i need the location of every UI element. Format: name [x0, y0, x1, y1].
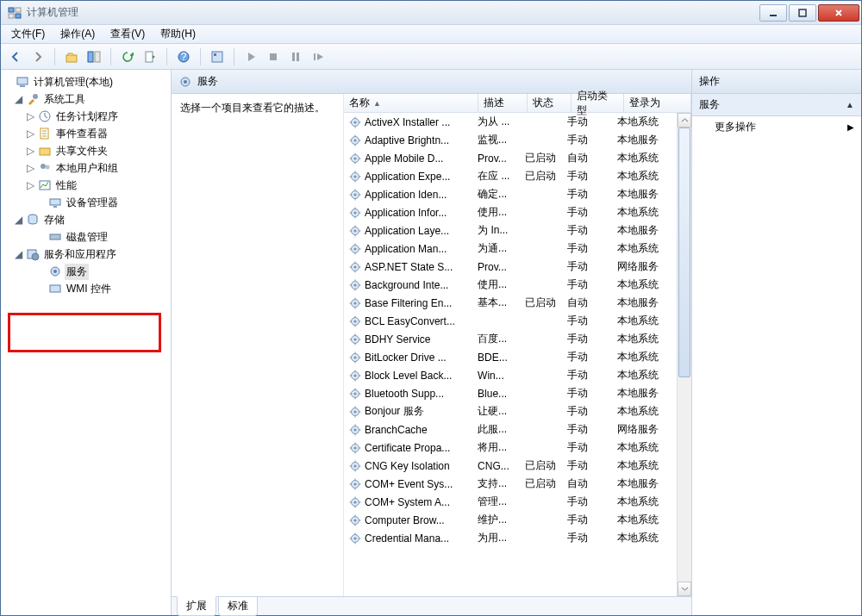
tree-task-scheduler[interactable]: ▷ 任务计划程序 [1, 108, 171, 125]
service-row[interactable]: Base Filtering En...基本...已启动自动本地服务 [344, 294, 677, 312]
service-row[interactable]: Application Iden...确定...手动本地服务 [344, 185, 677, 203]
service-logon: 本地系统 [612, 115, 677, 129]
forward-button[interactable] [28, 47, 47, 66]
service-startup: 手动 [562, 169, 612, 184]
actions-more[interactable]: 更多操作 ▶ [692, 116, 861, 138]
tab-standard[interactable]: 标准 [218, 597, 258, 616]
service-startup: 手动 [562, 458, 612, 473]
pause-button[interactable] [286, 47, 305, 66]
gear-icon [349, 261, 361, 273]
service-row[interactable]: Block Level Back...Win...手动本地系统 [344, 366, 677, 384]
svg-rect-6 [66, 55, 77, 62]
service-row[interactable]: COM+ Event Sys...支持...已启动自动本地服务 [344, 475, 677, 493]
service-row[interactable]: BitLocker Drive ...BDE...手动本地系统 [344, 348, 677, 366]
col-status[interactable]: 状态 [528, 94, 572, 112]
service-row[interactable]: Application Expe...在应 ...已启动手动本地系统 [344, 167, 677, 185]
export-button[interactable] [141, 47, 159, 66]
service-row[interactable]: ASP.NET State S...Prov...手动网络服务 [344, 258, 677, 276]
svg-rect-15 [292, 53, 295, 61]
service-row[interactable]: Bonjour 服务让硬...手动本地系统 [344, 402, 677, 420]
service-row[interactable]: Credential Mana...为用...手动本地系统 [344, 529, 677, 547]
service-startup: 手动 [562, 314, 612, 328]
service-logon: 本地系统 [612, 169, 677, 184]
titlebar[interactable]: 计算机管理 [1, 1, 861, 25]
service-row[interactable]: Adaptive Brightn...监视...手动本地服务 [344, 131, 677, 149]
service-row[interactable]: Application Laye...为 In...手动本地服务 [344, 221, 677, 240]
show-hide-tree-button[interactable] [84, 47, 103, 66]
gear-icon [349, 352, 361, 364]
tree-event-viewer[interactable]: ▷ 事件查看器 [1, 125, 171, 142]
service-desc: 支持... [472, 476, 520, 491]
service-startup: 手动 [562, 259, 612, 274]
service-row[interactable]: Application Infor...使用...手动本地系统 [344, 203, 677, 221]
restart-button[interactable] [309, 47, 328, 66]
service-row[interactable]: BCL EasyConvert...手动本地系统 [344, 312, 677, 330]
service-row[interactable]: Computer Brow...维护...手动本地系统 [344, 511, 677, 529]
help-button[interactable]: ? [174, 47, 193, 66]
service-status: 已启动 [520, 296, 562, 310]
col-desc[interactable]: 描述 [478, 94, 528, 112]
minimize-button[interactable] [759, 4, 787, 22]
col-startup[interactable]: 启动类型 [572, 94, 624, 112]
back-button[interactable] [6, 47, 25, 66]
menu-view[interactable]: 查看(V) [103, 25, 152, 43]
service-row[interactable]: BDHY Service百度...手动本地系统 [344, 330, 677, 348]
service-startup: 手动 [562, 115, 612, 129]
service-name: Certificate Propa... [365, 442, 450, 454]
service-row[interactable]: Application Man...为通...手动本地系统 [344, 240, 677, 258]
maximize-button[interactable] [789, 4, 816, 22]
service-row[interactable]: COM+ System A...管理...手动本地系统 [344, 493, 677, 511]
stop-button[interactable] [264, 47, 283, 66]
tab-extended[interactable]: 扩展 [177, 596, 216, 616]
service-row[interactable]: Background Inte...使用...手动本地系统 [344, 276, 677, 294]
menu-action[interactable]: 操作(A) [53, 25, 102, 43]
tree-root[interactable]: 计算机管理(本地) [1, 73, 171, 90]
svg-rect-14 [270, 53, 277, 60]
close-button[interactable] [818, 4, 859, 22]
svg-point-105 [353, 320, 356, 322]
up-button[interactable] [62, 47, 81, 66]
service-name: BDHY Service [365, 333, 430, 345]
tree-device-manager[interactable]: 设备管理器 [1, 194, 171, 211]
service-row[interactable]: Certificate Propa...将用...手动本地系统 [344, 439, 677, 457]
gear-icon [349, 460, 361, 472]
vertical-scrollbar[interactable] [677, 113, 691, 596]
tree-shared-folders[interactable]: ▷ 共享文件夹 [1, 142, 171, 159]
tree-performance[interactable]: ▷ 性能 [1, 177, 171, 194]
tree-disk-management[interactable]: 磁盘管理 [1, 228, 171, 246]
service-logon: 本地服务 [612, 133, 677, 147]
gear-icon [349, 496, 361, 508]
tree-services[interactable]: 服务 [1, 263, 171, 280]
tree-wmi[interactable]: WMI 控件 [1, 280, 171, 297]
svg-point-147 [353, 446, 356, 449]
tree-services-apps[interactable]: ◢ 服务和应用程序 [1, 246, 171, 263]
tree-local-users[interactable]: ▷ 本地用户和组 [1, 159, 171, 177]
window: 计算机管理 文件(F) 操作(A) 查看(V) 帮助(H) ? [0, 0, 862, 616]
actions-section[interactable]: 服务 ▲ [692, 94, 861, 116]
gear-icon [349, 225, 361, 237]
menu-file[interactable]: 文件(F) [4, 25, 52, 43]
tree-pane[interactable]: 计算机管理(本地) ◢ 系统工具 ▷ 任务计划程序 ▷ 事件查看器 ▷ 共享文件… [1, 70, 172, 615]
scroll-down-button[interactable] [678, 582, 691, 596]
service-row[interactable]: ActiveX Installer ...为从 ...手动本地系统 [344, 113, 677, 131]
tree-storage[interactable]: ◢ 存储 [1, 211, 171, 228]
service-row[interactable]: CNG Key IsolationCNG...已启动手动本地系统 [344, 457, 677, 475]
tree-system-tools[interactable]: ◢ 系统工具 [1, 90, 171, 108]
service-row[interactable]: Bluetooth Supp...Blue...手动本地服务 [344, 384, 677, 402]
properties-button[interactable] [208, 47, 227, 66]
service-row[interactable]: BranchCache此服...手动网络服务 [344, 420, 677, 439]
service-name: Application Laye... [365, 225, 449, 237]
wmi-icon [48, 282, 62, 296]
svg-rect-5 [799, 9, 806, 16]
scroll-thumb[interactable] [678, 128, 690, 377]
menu-help[interactable]: 帮助(H) [153, 25, 203, 43]
col-name[interactable]: 名称▲ [344, 94, 478, 112]
service-rows[interactable]: ActiveX Installer ...为从 ...手动本地系统Adaptiv… [344, 113, 677, 596]
refresh-button[interactable] [118, 47, 137, 66]
col-logon[interactable]: 登录为 [624, 94, 691, 112]
play-button[interactable] [241, 47, 260, 66]
service-desc: Win... [472, 370, 520, 382]
scroll-up-button[interactable] [678, 113, 691, 128]
service-row[interactable]: Apple Mobile D...Prov...已启动自动本地系统 [344, 149, 677, 167]
svg-point-39 [353, 121, 356, 123]
